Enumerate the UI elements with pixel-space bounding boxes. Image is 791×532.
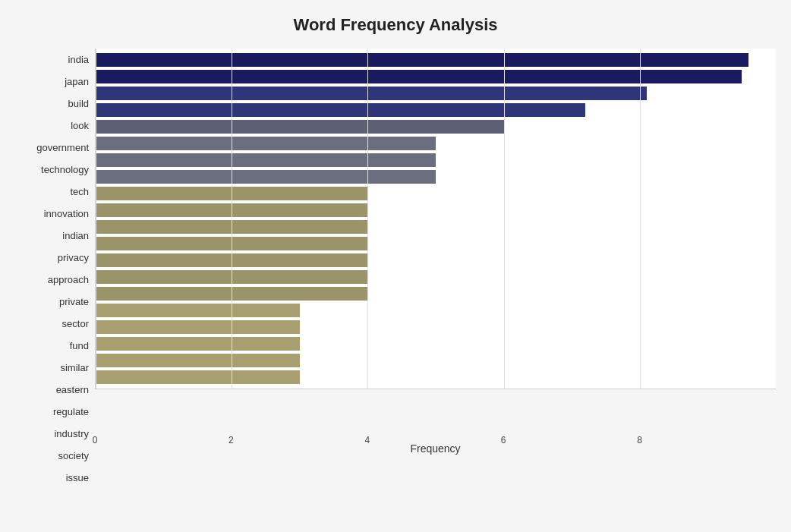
bar bbox=[96, 187, 367, 200]
y-label: look bbox=[15, 116, 89, 136]
y-label: indian bbox=[15, 226, 89, 246]
bar-row bbox=[96, 202, 776, 219]
y-label: eastern bbox=[15, 380, 89, 400]
y-axis: indiajapanbuildlookgovernmenttechnologyt… bbox=[15, 49, 95, 489]
y-label: society bbox=[15, 446, 89, 466]
x-tick: 8 bbox=[637, 435, 642, 445]
bar-row bbox=[96, 269, 776, 285]
bar bbox=[96, 270, 367, 284]
y-label: approach bbox=[15, 270, 89, 290]
bar-row bbox=[96, 219, 776, 235]
bar-row bbox=[96, 135, 776, 152]
bar bbox=[96, 70, 742, 83]
y-label: fund bbox=[15, 336, 89, 356]
bar bbox=[96, 253, 367, 267]
chart-container: Word Frequency Analysis indiajapanbuildl… bbox=[0, 0, 791, 532]
bar bbox=[96, 203, 367, 217]
bar bbox=[96, 370, 300, 384]
y-label: government bbox=[15, 138, 89, 158]
x-tick: 2 bbox=[228, 435, 234, 445]
bar bbox=[96, 53, 748, 67]
y-label: tech bbox=[15, 182, 89, 202]
bar-row bbox=[96, 235, 776, 252]
y-label: sector bbox=[15, 314, 89, 334]
x-tick: 6 bbox=[501, 435, 506, 445]
bar-row bbox=[96, 285, 776, 302]
bar bbox=[96, 120, 504, 134]
bar bbox=[96, 170, 436, 184]
bar-row bbox=[96, 302, 776, 319]
plot-area bbox=[95, 49, 776, 389]
y-label: privacy bbox=[15, 248, 89, 268]
y-label: japan bbox=[15, 72, 89, 92]
bar bbox=[96, 220, 367, 234]
y-label: issue bbox=[15, 468, 89, 488]
bar-row bbox=[96, 118, 776, 135]
bar-row bbox=[96, 52, 776, 68]
x-axis-label: Frequency bbox=[95, 442, 776, 455]
bar bbox=[96, 103, 585, 117]
y-label: similar bbox=[15, 358, 89, 378]
bar-row bbox=[96, 369, 776, 386]
bar bbox=[96, 237, 367, 250]
bar-row bbox=[96, 152, 776, 168]
x-tick: 4 bbox=[364, 435, 370, 445]
bar-row bbox=[96, 252, 776, 269]
bar-row bbox=[96, 319, 776, 335]
x-tick: 0 bbox=[93, 435, 98, 445]
bar-row bbox=[96, 168, 776, 185]
y-label: india bbox=[15, 50, 89, 70]
bar bbox=[96, 153, 436, 167]
chart-title: Word Frequency Analysis bbox=[15, 15, 776, 35]
bar-row bbox=[96, 335, 776, 352]
bar-row bbox=[96, 85, 776, 102]
y-label: regulate bbox=[15, 402, 89, 422]
chart-area: indiajapanbuildlookgovernmenttechnologyt… bbox=[15, 49, 776, 489]
y-label: innovation bbox=[15, 204, 89, 224]
y-label: industry bbox=[15, 424, 89, 444]
y-label: technology bbox=[15, 160, 89, 180]
bar bbox=[96, 137, 436, 150]
bar bbox=[96, 337, 300, 351]
bar-row bbox=[96, 352, 776, 369]
bar bbox=[96, 354, 300, 367]
y-label: build bbox=[15, 94, 89, 114]
bar bbox=[96, 87, 647, 100]
bar-row bbox=[96, 102, 776, 118]
bar bbox=[96, 287, 367, 301]
bar bbox=[96, 320, 300, 334]
y-label: private bbox=[15, 292, 89, 312]
bar bbox=[96, 304, 300, 317]
bar-row bbox=[96, 185, 776, 202]
bar-row bbox=[96, 68, 776, 85]
